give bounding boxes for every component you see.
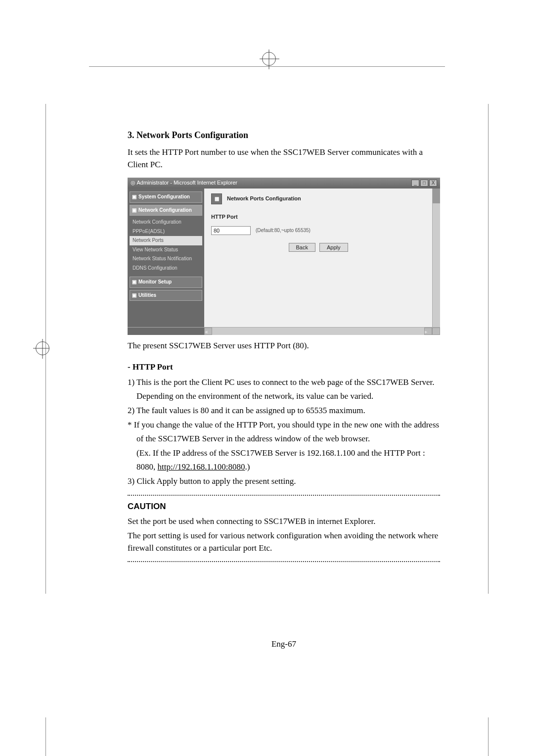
body-text: 1) This is the port the Client PC uses t… bbox=[128, 377, 440, 389]
network-ports-icon: ▦ bbox=[211, 193, 222, 204]
divider bbox=[128, 495, 440, 496]
maximize-button[interactable]: □ bbox=[420, 180, 428, 187]
sidebar-group-monitor-setup[interactable]: ▣ Monitor Setup bbox=[130, 277, 202, 288]
horizontal-scrollbar[interactable]: ◂ ▸ bbox=[128, 327, 440, 335]
body-text: Depending on the environment of the netw… bbox=[128, 390, 440, 403]
sidebar-group-label: System Configuration bbox=[138, 193, 190, 201]
main-pane: ▦ Network Ports Configuration HTTP Port … bbox=[204, 189, 432, 327]
main-title: Network Ports Configuration bbox=[227, 195, 301, 203]
minimize-button[interactable]: _ bbox=[411, 180, 419, 187]
intro-text: It sets the HTTP Port number to use when… bbox=[128, 146, 440, 171]
vertical-scrollbar[interactable] bbox=[432, 189, 440, 327]
resize-grip-icon bbox=[432, 328, 440, 335]
body-text: 8080, http://192.168.1.100:8080.) bbox=[128, 461, 440, 473]
divider bbox=[128, 561, 440, 562]
sidebar-group-label: Monitor Setup bbox=[138, 279, 172, 286]
sidebar-group-network-configuration[interactable]: ▣ Network Configuration bbox=[130, 205, 202, 216]
body-text: of the SSC17WEB Server in the address wi… bbox=[128, 433, 440, 445]
sidebar-group-utilities[interactable]: ▣ Utilities bbox=[130, 290, 202, 301]
sidebar-item[interactable]: Network Status Notification bbox=[130, 254, 202, 264]
sidebar-item[interactable]: View Network Status bbox=[130, 245, 202, 255]
sidebar-group-label: Utilities bbox=[138, 292, 156, 299]
sidebar-item[interactable]: DDNS Configuration bbox=[130, 264, 202, 273]
sidebar-item[interactable]: Network Configuration bbox=[130, 218, 202, 227]
sidebar-group-system-configuration[interactable]: ▣ System Configuration bbox=[130, 191, 202, 203]
http-port-hint: (Default:80,~upto 65535) bbox=[256, 227, 311, 235]
example-url-link[interactable]: http://192.168.1.100:8080 bbox=[158, 462, 245, 472]
scroll-right-button[interactable]: ▸ bbox=[424, 328, 432, 335]
caution-heading: CAUTION bbox=[128, 501, 440, 513]
http-port-heading: - HTTP Port bbox=[128, 361, 440, 374]
body-text: (Ex. If the IP address of the SSC17WEB S… bbox=[128, 447, 440, 460]
sidebar: ▣ System Configuration ▣ Network Configu… bbox=[128, 189, 204, 327]
body-text: 3) Click Apply button to apply the prese… bbox=[128, 475, 440, 488]
ie-window: ◎ Administrator - Microsoft Internet Exp… bbox=[128, 178, 440, 335]
body-text: 2) The fault values is 80 and it can be … bbox=[128, 405, 440, 417]
http-port-input[interactable] bbox=[211, 226, 251, 235]
after-image-text: The present SSC17WEB Server uses HTTP Po… bbox=[128, 340, 440, 352]
body-text: * If you change the value of the HTTP Po… bbox=[128, 419, 440, 431]
monitor-icon: ▣ bbox=[132, 279, 136, 286]
caution-text: The port setting is used for various net… bbox=[128, 530, 440, 554]
section-heading: 3. Network Ports Configuration bbox=[128, 129, 440, 142]
ie-logo-icon: ◎ bbox=[131, 180, 135, 186]
sidebar-group-label: Network Configuration bbox=[138, 207, 192, 214]
ie-titlebar: ◎ Administrator - Microsoft Internet Exp… bbox=[128, 178, 440, 189]
ie-window-title: Administrator - Microsoft Internet Explo… bbox=[136, 180, 237, 186]
scrollbar-thumb[interactable] bbox=[433, 189, 440, 203]
network-icon: ▣ bbox=[132, 207, 136, 214]
sidebar-item[interactable]: PPPoE(ADSL) bbox=[130, 227, 202, 236]
close-button[interactable]: X bbox=[429, 180, 437, 187]
back-button[interactable]: Back bbox=[289, 243, 315, 252]
registration-mark-left bbox=[36, 341, 49, 355]
apply-button[interactable]: Apply bbox=[319, 243, 348, 252]
page-number: Eng-67 bbox=[128, 638, 440, 651]
scroll-left-button[interactable]: ◂ bbox=[204, 328, 212, 335]
http-port-label: HTTP Port bbox=[211, 213, 425, 221]
caution-text: Set the port be used when connecting to … bbox=[128, 516, 440, 528]
registration-mark-top bbox=[262, 52, 276, 66]
sidebar-item-network-ports[interactable]: Network Ports bbox=[130, 236, 202, 245]
folder-icon: ▣ bbox=[132, 193, 136, 201]
tools-icon: ▣ bbox=[132, 292, 136, 299]
